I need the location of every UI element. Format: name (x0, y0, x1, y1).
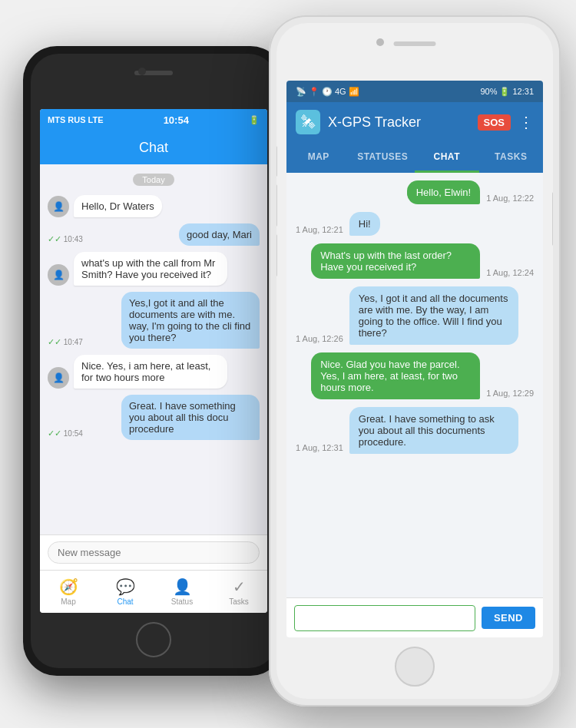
tab-tasks[interactable]: TASKS (479, 142, 544, 173)
table-row: ✓✓ 10:43 good day, Mari (48, 223, 260, 246)
list-item: What's up with the last order? Have you … (296, 243, 534, 279)
bubble-sent-green: Nice. Glad you have the parcel. Yes, I a… (311, 352, 480, 399)
bubble-received-blue: Yes, I got it and all the documents are … (349, 286, 518, 345)
table-row: 👤 Hello, Dr Waters (48, 195, 260, 217)
alarm-icon: 🕐 (322, 87, 333, 97)
nav-item-status[interactable]: 👤 Status (154, 577, 210, 606)
chat-body-black[interactable]: Today 👤 Hello, Dr Waters ✓✓ 10:43 good d… (40, 164, 267, 534)
nav-label-chat: Chat (117, 597, 133, 606)
avatar: 👤 (48, 264, 69, 286)
message-time: 1 Aug, 12:26 (296, 334, 343, 343)
bubble-received-blue: Great. I have something to ask you about… (349, 407, 518, 454)
bubble-sent: Yes,I got it and all the documents are w… (121, 292, 260, 349)
battery-percent: 90% (480, 87, 497, 96)
table-row: 👤 what's up with the call from Mr Smith?… (48, 252, 260, 286)
time-display-black: 10:54 (164, 114, 189, 126)
tab-map[interactable]: MAP (286, 142, 351, 173)
bubble-sent: good day, Mari (179, 223, 260, 246)
status-icon: 👤 (173, 577, 192, 596)
mute-button-white[interactable] (276, 146, 277, 177)
chat-input-bar (40, 534, 267, 570)
status-icons-right: 90% 🔋 12:31 (480, 87, 534, 97)
list-item: Hello, Elwin! 1 Aug, 12:22 (296, 180, 534, 204)
nav-item-map[interactable]: 🧭 Map (40, 577, 97, 606)
status-icons-left: 📡 📍 🕐 4G 📶 (296, 87, 359, 97)
tab-statuses[interactable]: STATUSES (351, 142, 415, 173)
send-button[interactable]: SEND (482, 607, 535, 629)
screen-white: 📡 📍 🕐 4G 📶 90% 🔋 12:31 🛰 X-GPS Tracker S… (286, 81, 543, 637)
location-icon: 📍 (309, 87, 319, 97)
wifi-bars-icon: 📶 (349, 87, 359, 97)
network-4g-icon: 4G (335, 87, 346, 96)
bubble-sent-green: What's up with the last order? Have you … (311, 243, 480, 279)
list-item: 1 Aug, 12:21 Hi! (296, 212, 534, 236)
power-button-white[interactable] (552, 192, 553, 246)
message-time: ✓✓ 10:43 (48, 234, 83, 244)
sos-badge[interactable]: SOS (478, 114, 511, 131)
bubble-received: Hello, Dr Waters (74, 195, 162, 217)
phone-white: 📡 📍 🕐 4G 📶 90% 🔋 12:31 🛰 X-GPS Tracker S… (269, 15, 561, 706)
map-icon: 🧭 (59, 577, 78, 596)
message-time: ✓✓ 10:47 (48, 337, 83, 347)
phone-black: MTS RUS LTE 10:54 🔋 Chat Today 👤 Hello, … (23, 46, 284, 676)
message-time: 1 Aug, 12:31 (296, 443, 343, 452)
message-time: 1 Aug, 12:21 (296, 225, 343, 234)
message-input-white[interactable] (294, 605, 475, 631)
message-input-black[interactable] (48, 541, 260, 564)
speaker-white (394, 41, 436, 46)
signal-icon: 📡 (296, 87, 306, 97)
nav-label-map: Map (61, 597, 75, 606)
table-row: 👤 Nice. Yes, i am here, at least, for tw… (48, 355, 260, 389)
home-button-white[interactable] (395, 647, 435, 687)
chat-header-black: Chat (40, 131, 267, 164)
app-logo-icon: 🛰 (296, 110, 320, 134)
nav-item-chat[interactable]: 💬 Chat (97, 577, 154, 606)
list-item: 1 Aug, 12:31 Great. I have something to … (296, 407, 534, 454)
date-badge: Today (133, 174, 174, 186)
status-bar-white: 📡 📍 🕐 4G 📶 90% 🔋 12:31 (286, 81, 543, 102)
bubble-received-blue: Hi! (349, 212, 380, 236)
app-header-white: 🛰 X-GPS Tracker SOS ⋮ (286, 102, 543, 142)
volume-up-white[interactable] (276, 184, 277, 227)
list-item: Nice. Glad you have the parcel. Yes, I a… (296, 352, 534, 399)
status-bar-black: MTS RUS LTE 10:54 🔋 (40, 109, 267, 131)
carrier-text: MTS RUS LTE (48, 115, 104, 124)
battery-indicator: 🔋 (249, 115, 260, 125)
home-button-black[interactable] (136, 622, 171, 657)
chat-title-black: Chat (139, 140, 168, 156)
table-row: ✓✓ 10:54 Great. I have something you abo… (48, 395, 260, 440)
nav-item-tasks[interactable]: ✓ Tasks (210, 577, 267, 606)
battery-icon: 🔋 (499, 87, 510, 97)
tabs-bar: MAP STATUSES CHAT TASKS (286, 142, 543, 173)
nav-label-status: Status (171, 597, 193, 606)
table-row: ✓✓ 10:47 Yes,I got it and all the docume… (48, 292, 260, 349)
screen-black: MTS RUS LTE 10:54 🔋 Chat Today 👤 Hello, … (40, 109, 267, 613)
app-title: X-GPS Tracker (328, 114, 470, 131)
tasks-icon: ✓ (233, 577, 246, 596)
bubble-sent: Great. I have something you about all th… (121, 395, 260, 440)
bubble-sent-green: Hello, Elwin! (407, 180, 481, 204)
camera-white (376, 38, 384, 46)
bubble-received: what's up with the call from Mr Smith? H… (74, 252, 227, 286)
bottom-nav-black: 🧭 Map 💬 Chat 👤 Status ✓ Tasks (40, 570, 267, 613)
message-time: 1 Aug, 12:22 (486, 194, 534, 203)
bubble-received: Nice. Yes, i am here, at least, for two … (74, 355, 227, 389)
avatar: 👤 (48, 367, 69, 389)
list-item: 1 Aug, 12:26 Yes, I got it and all the d… (296, 286, 534, 345)
chat-icon: 💬 (116, 577, 135, 596)
nav-label-tasks: Tasks (229, 597, 249, 606)
time-display-white: 12:31 (512, 87, 534, 96)
volume-down-white[interactable] (276, 234, 277, 276)
message-time: ✓✓ 10:54 (48, 429, 83, 438)
input-bar-white: SEND (286, 597, 543, 637)
menu-icon[interactable]: ⋮ (518, 113, 534, 131)
chat-body-white[interactable]: Hello, Elwin! 1 Aug, 12:22 1 Aug, 12:21 … (286, 173, 543, 597)
tab-chat[interactable]: CHAT (415, 142, 479, 173)
message-time: 1 Aug, 12:24 (486, 268, 534, 277)
avatar: 👤 (48, 196, 69, 217)
camera-black (138, 68, 146, 75)
message-time: 1 Aug, 12:29 (486, 389, 534, 398)
